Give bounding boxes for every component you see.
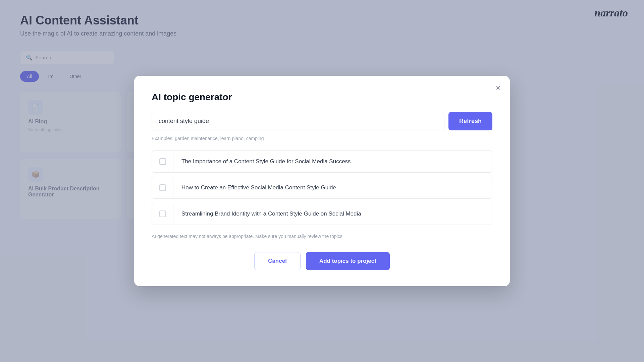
- topic-checkbox-2[interactable]: [159, 184, 166, 191]
- ai-topic-generator-modal: × AI topic generator Refresh Examples: g…: [134, 76, 510, 286]
- topic-checkbox-area-1: [152, 152, 173, 172]
- topic-text-3: Streamlining Brand Identity with a Conte…: [173, 203, 492, 225]
- topic-checkbox-1[interactable]: [159, 158, 166, 165]
- topic-text-2: How to Create an Effective Social Media …: [173, 177, 492, 198]
- topic-checkbox-3[interactable]: [159, 210, 166, 217]
- examples-hint: Examples: garden maintenance, learn pian…: [152, 136, 492, 141]
- topic-checkbox-area-3: [152, 204, 173, 224]
- search-row: Refresh: [152, 112, 492, 130]
- topic-item-3: Streamlining Brand Identity with a Conte…: [152, 203, 492, 225]
- topic-checkbox-area-2: [152, 178, 173, 198]
- topic-item-2: How to Create an Effective Social Media …: [152, 177, 492, 199]
- refresh-button[interactable]: Refresh: [448, 112, 492, 130]
- topic-search-input[interactable]: [152, 112, 444, 130]
- disclaimer-text: AI generated text may not always be appr…: [152, 233, 492, 240]
- modal-actions: Cancel Add topics to project: [152, 252, 492, 270]
- close-button[interactable]: ×: [496, 84, 500, 92]
- topic-item-1: The Importance of a Content Style Guide …: [152, 150, 492, 173]
- add-topics-button[interactable]: Add topics to project: [306, 252, 390, 270]
- topic-list: The Importance of a Content Style Guide …: [152, 150, 492, 225]
- modal-overlay: × AI topic generator Refresh Examples: g…: [0, 0, 644, 362]
- cancel-button[interactable]: Cancel: [254, 252, 301, 270]
- modal-title: AI topic generator: [152, 92, 492, 103]
- topic-text-1: The Importance of a Content Style Guide …: [173, 151, 492, 172]
